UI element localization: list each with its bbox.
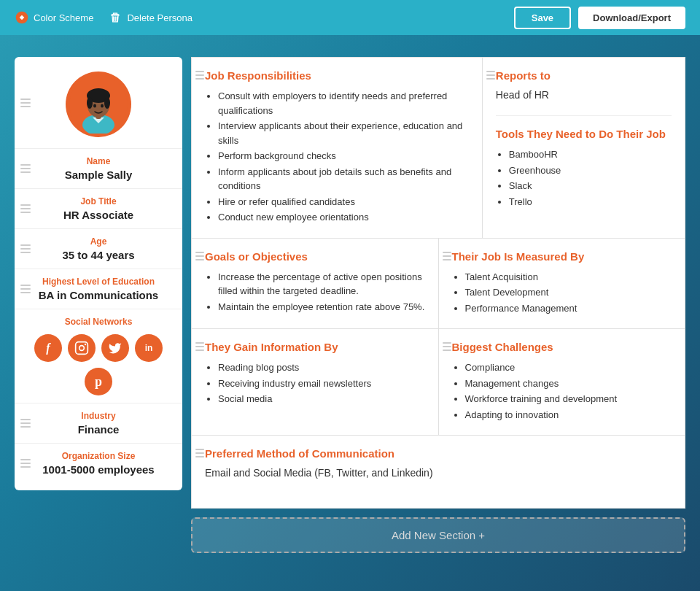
biggest-challenges-title: Biggest Challenges (452, 341, 672, 353)
left-panel: Name Sample Sally Job Title HR Associate… (15, 57, 182, 490)
industry-drag-handle[interactable] (20, 419, 31, 428)
color-scheme-icon (15, 10, 29, 25)
list-item: BambooHR (509, 147, 672, 162)
job-title-label: Job Title (25, 196, 172, 206)
svg-point-11 (104, 97, 110, 109)
main-content: Name Sample Sally Job Title HR Associate… (0, 35, 700, 568)
org-size-drag-handle[interactable] (20, 459, 31, 468)
challenges-drag[interactable] (443, 342, 451, 351)
measured-by-card: Their Job Is Measured By Talent Acquisit… (439, 239, 686, 330)
grid-row-4: Preferred Method of Communication Email … (191, 436, 685, 509)
org-size-label: Organization Size (25, 451, 172, 461)
tools-list: BambooHR Greenhouse Slack Trello (496, 147, 672, 209)
svg-point-12 (93, 104, 96, 108)
org-size-section: Organization Size 1001-5000 employees (15, 444, 182, 483)
list-item: Interview applicants about their experie… (218, 119, 469, 147)
education-drag-handle[interactable] (20, 285, 31, 293)
avatar-section (15, 57, 182, 149)
education-label: Highest Level of Education (25, 277, 172, 287)
communication-drag[interactable] (195, 449, 204, 457)
measured-by-title: Their Job Is Measured By (452, 250, 672, 263)
list-item: Consult with employers to identify needs… (218, 89, 469, 117)
biggest-challenges-card: Biggest Challenges Compliance Management… (439, 329, 686, 436)
tools-title: Tools They Need to Do Their Job (496, 128, 672, 140)
download-export-button[interactable]: Download/Export (578, 7, 685, 29)
name-value: Sample Sally (25, 169, 172, 181)
reports-to-drag[interactable] (486, 71, 495, 80)
job-responsibilities-card: Job Responsibilities Consult with employ… (191, 57, 483, 239)
list-item: Management changes (465, 376, 672, 391)
list-item: Talent Development (465, 285, 672, 300)
delete-persona-label: Delete Persona (127, 12, 192, 23)
add-section-row: Add New Section + (191, 517, 685, 553)
twitter-icon[interactable] (101, 334, 129, 362)
age-value: 35 to 44 years (25, 249, 172, 261)
topbar: Color Scheme Delete Persona Save Downloa… (0, 0, 700, 35)
name-section: Name Sample Sally (15, 149, 182, 189)
color-scheme-label: Color Scheme (34, 12, 93, 23)
list-item: Greenhouse (509, 163, 672, 178)
industry-label: Industry (25, 411, 172, 421)
avatar (66, 72, 131, 137)
name-drag-handle[interactable] (20, 164, 31, 173)
grid-row-3: They Gain Information By Reading blog po… (191, 329, 685, 436)
preferred-communication-card: Preferred Method of Communication Email … (191, 436, 685, 509)
avatar-image (69, 75, 128, 134)
job-title-value: HR Associate (25, 209, 172, 221)
list-item: Receiving industry email newsletters (218, 376, 425, 391)
job-resp-drag[interactable] (195, 71, 204, 80)
delete-persona-button[interactable]: Delete Persona (108, 10, 192, 25)
linkedin-icon[interactable]: in (135, 334, 163, 362)
list-item: Conduct new employee orientations (218, 210, 469, 225)
add-new-section-button[interactable]: Add New Section + (191, 517, 685, 553)
gain-information-title: They Gain Information By (205, 341, 425, 353)
list-item: Compliance (465, 360, 672, 375)
job-responsibilities-list: Consult with employers to identify needs… (205, 89, 469, 225)
delete-icon (108, 10, 122, 25)
avatar-drag-handle[interactable] (20, 98, 31, 107)
reports-to-card: Reports to Head of HR Tools They Need to… (483, 57, 685, 239)
right-grid: Job Responsibilities Consult with employ… (191, 57, 685, 553)
grid-row-2: Goals or Objectives Increase the percent… (191, 239, 685, 330)
job-responsibilities-title: Job Responsibilities (205, 69, 469, 82)
topbar-left: Color Scheme Delete Persona (15, 10, 192, 25)
save-button[interactable]: Save (514, 7, 571, 29)
list-item: Trello (509, 195, 672, 209)
svg-point-15 (79, 346, 85, 351)
instagram-icon[interactable] (68, 334, 96, 362)
list-item: Maintain the employee retention rate abo… (218, 300, 425, 314)
age-section: Age 35 to 44 years (15, 229, 182, 269)
education-value: BA in Communications (25, 289, 172, 301)
goals-title: Goals or Objectives (205, 250, 425, 263)
facebook-icon[interactable]: f (34, 334, 62, 362)
list-item: Increase the percentage of active open p… (218, 270, 425, 298)
age-drag-handle[interactable] (20, 244, 31, 253)
name-label: Name (25, 156, 172, 166)
industry-section: Industry Finance (15, 403, 182, 444)
list-item: Hire or refer qualified candidates (218, 195, 469, 209)
gain-information-card: They Gain Information By Reading blog po… (191, 329, 439, 436)
svg-point-13 (101, 104, 104, 108)
social-networks-section: Social Networks f in p (15, 309, 182, 403)
job-title-drag-handle[interactable] (20, 204, 31, 213)
list-item: Workforce training and development (465, 392, 672, 406)
goals-list: Increase the percentage of active open p… (205, 270, 425, 314)
industry-value: Finance (25, 423, 172, 436)
goals-drag[interactable] (195, 252, 204, 260)
list-item: Slack (509, 179, 672, 193)
measured-by-drag[interactable] (443, 252, 451, 260)
list-item: Perform background checks (218, 149, 469, 163)
topbar-right: Save Download/Export (514, 7, 685, 29)
color-scheme-button[interactable]: Color Scheme (15, 10, 93, 25)
biggest-challenges-list: Compliance Management changes Workforce … (452, 360, 672, 422)
list-item: Performance Management (465, 301, 672, 316)
list-item: Adapting to innovation (465, 408, 672, 422)
gain-information-list: Reading blog posts Receiving industry em… (205, 360, 425, 406)
preferred-communication-value: Email and Social Media (FB, Twitter, and… (205, 467, 672, 479)
svg-point-10 (87, 97, 93, 109)
pinterest-icon[interactable]: p (85, 368, 112, 395)
org-size-value: 1001-5000 employees (25, 463, 172, 476)
list-item: Inform applicants about job details such… (218, 165, 469, 193)
gain-info-drag[interactable] (195, 342, 204, 351)
job-title-section: Job Title HR Associate (15, 189, 182, 229)
